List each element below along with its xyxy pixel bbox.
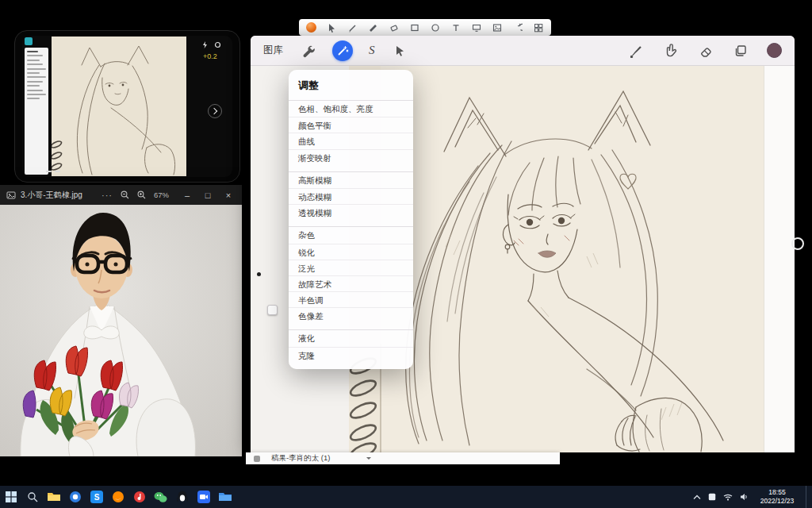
sidebar-dot[interactable] [257, 272, 261, 276]
camera-status-icons [201, 41, 221, 48]
adjust-option[interactable]: 泛光 [289, 260, 413, 275]
text-icon[interactable] [450, 22, 461, 33]
phone-screen: +0.2 [22, 36, 232, 177]
adjust-option[interactable]: 动态模糊 [289, 188, 413, 204]
file-explorer-icon[interactable] [43, 486, 64, 508]
color-swatch[interactable] [767, 43, 782, 58]
chevron-right-button[interactable] [208, 104, 222, 118]
wechat-icon[interactable] [150, 486, 171, 508]
chevron-down-icon[interactable] [366, 456, 373, 462]
system-tray: 18:55 2022/12/23 [693, 486, 812, 508]
search-icon[interactable] [21, 486, 43, 508]
mini-sketch [52, 37, 186, 176]
paper-edge-strip [764, 66, 795, 452]
close-button[interactable]: × [218, 185, 239, 205]
live-dot-icon[interactable] [214, 41, 221, 48]
monitor-icon[interactable] [471, 22, 481, 33]
mini-adjust-menu [25, 48, 48, 175]
meeting-app-icon[interactable] [193, 486, 214, 508]
marker-icon[interactable] [368, 22, 378, 33]
adjust-group-blur: 高斯模糊 动态模糊 透视模糊 [289, 171, 413, 221]
eraser-icon[interactable] [389, 22, 399, 33]
maximize-button[interactable]: □ [197, 185, 218, 205]
pen-icon[interactable] [347, 22, 358, 33]
chat-icon [254, 456, 260, 462]
wechat-chat-title: 稿果-李肖的太 (1) [271, 453, 330, 464]
portrait-photo [0, 205, 242, 456]
adjust-option[interactable]: 锐化 [289, 244, 413, 260]
start-button[interactable] [0, 486, 21, 508]
adjust-group-color: 色相、饱和度、亮度 颜色平衡 曲线 渐变映射 [289, 100, 413, 165]
tray-expand-icon[interactable] [693, 495, 701, 500]
clock-time: 18:55 [756, 488, 799, 497]
eraser-icon[interactable] [697, 42, 714, 60]
browser-icon[interactable] [64, 486, 86, 508]
flash-icon[interactable] [201, 41, 209, 48]
image-icon[interactable] [492, 22, 502, 33]
adjust-option[interactable]: 半色调 [289, 291, 413, 307]
orange-app-icon[interactable] [107, 486, 128, 508]
procreate-window: 图库 S [251, 36, 795, 452]
minimize-button[interactable]: – [177, 185, 197, 205]
adjust-group-effects: 杂色 锐化 泛光 故障艺术 半色调 色像差 [289, 226, 413, 323]
smudge-finger-icon[interactable] [662, 42, 680, 60]
mini-canvas [52, 37, 186, 176]
volume-icon[interactable] [740, 493, 749, 501]
undo-icon[interactable] [512, 22, 523, 33]
adjust-option[interactable]: 色相、饱和度、亮度 [289, 101, 413, 117]
adjustments-wand-icon[interactable] [332, 40, 353, 61]
zoom-level[interactable]: 67% [154, 190, 169, 199]
selection-tool-icon[interactable]: S [369, 44, 375, 57]
exposure-value: +0.2 [203, 52, 217, 60]
gallery-button[interactable]: 图库 [263, 44, 283, 57]
desktop: +0.2 3.小哥-王鹤棣.jpg ··· 67% – □ × [0, 0, 812, 508]
photos-titlebar[interactable]: 3.小哥-王鹤棣.jpg ··· 67% – □ × [0, 185, 242, 205]
zoom-out-icon[interactable] [121, 190, 129, 199]
cursor-icon[interactable] [327, 22, 337, 33]
brush-icon[interactable] [627, 42, 645, 60]
more-menu-button[interactable]: ··· [102, 190, 113, 200]
zoom-in-icon[interactable] [137, 190, 146, 199]
adjust-group-liquify: 液化 克隆 [289, 329, 413, 362]
wifi-icon[interactable] [723, 493, 733, 501]
qq-icon[interactable] [171, 486, 193, 508]
svg-text:S: S [94, 493, 99, 502]
transform-arrow-icon[interactable] [391, 42, 408, 60]
procreate-toolbar: 图库 S [251, 36, 795, 66]
adjust-option[interactable]: 克隆 [289, 347, 413, 363]
adjust-option[interactable]: 故障艺术 [289, 275, 413, 291]
actions-wrench-icon[interactable] [299, 42, 316, 60]
photos-filename: 3.小哥-王鹤棣.jpg [21, 190, 82, 201]
clock-date: 2022/12/23 [756, 497, 799, 506]
adjust-option[interactable]: 液化 [289, 330, 413, 346]
shape-rect-icon[interactable] [409, 22, 419, 33]
zoom-ticks [46, 171, 60, 172]
grid-more-icon[interactable] [533, 22, 543, 33]
adjust-option[interactable]: 颜色平衡 [289, 117, 413, 133]
blue-folder-icon[interactable] [214, 486, 236, 508]
adjust-option[interactable]: 杂色 [289, 227, 413, 243]
mirror-app-logo-icon[interactable] [306, 22, 316, 33]
wechat-window-titlebar[interactable]: 稿果-李肖的太 (1) [246, 452, 560, 464]
s-app-icon[interactable]: S [86, 486, 107, 508]
sidebar-modify-button[interactable] [267, 305, 278, 315]
clock[interactable]: 18:55 2022/12/23 [756, 488, 799, 506]
adjust-option[interactable]: 渐变映射 [289, 149, 413, 165]
adjust-option[interactable]: 曲线 [289, 133, 413, 148]
adjust-option[interactable]: 透视模糊 [289, 204, 413, 220]
picture-icon [6, 190, 16, 200]
notification-square-icon[interactable] [708, 493, 716, 501]
adjust-option[interactable]: 高斯模糊 [289, 172, 413, 188]
shape-circle-icon[interactable] [430, 22, 440, 33]
adjustments-panel: 调整 色相、饱和度、亮度 颜色平衡 曲线 渐变映射 高斯模糊 动态模糊 透视模糊… [289, 70, 413, 369]
adjustments-title: 调整 [289, 77, 413, 100]
adjust-option[interactable]: 色像差 [289, 307, 413, 323]
floating-ring-button[interactable] [791, 237, 804, 250]
music-app-icon[interactable] [128, 486, 150, 508]
taskbar: S [0, 486, 812, 508]
show-desktop-button[interactable] [806, 486, 810, 508]
photo-content [0, 205, 242, 456]
layers-icon[interactable] [732, 42, 749, 60]
mirror-app-toolbar [299, 19, 551, 36]
mini-app-badge-icon [25, 37, 33, 45]
